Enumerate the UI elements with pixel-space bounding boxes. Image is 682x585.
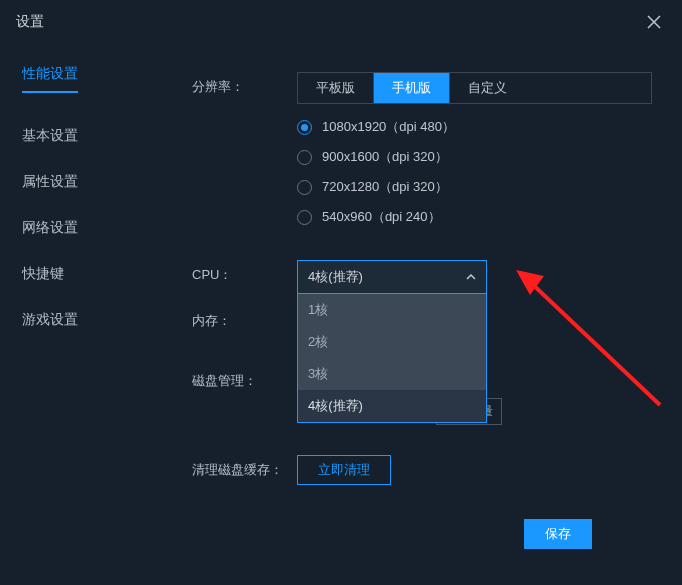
memory-label: 内存： [192, 306, 297, 330]
close-icon [646, 14, 662, 30]
radio-icon [297, 210, 312, 225]
sidebar-item-attribute[interactable]: 属性设置 [0, 159, 158, 205]
cpu-selected-value: 4核(推荐) [308, 268, 363, 286]
cpu-select[interactable]: 4核(推荐) [297, 260, 487, 294]
radio-label: 540x960（dpi 240） [322, 208, 441, 226]
close-button[interactable] [642, 10, 666, 34]
clear-cache-button[interactable]: 立即清理 [297, 455, 391, 485]
cpu-option-4[interactable]: 4核(推荐) [298, 390, 486, 422]
radio-label: 900x1600（dpi 320） [322, 148, 448, 166]
sidebar-item-performance[interactable]: 性能设置 [22, 65, 78, 93]
segment-tablet[interactable]: 平板版 [298, 73, 374, 103]
resolution-option-900[interactable]: 900x1600（dpi 320） [297, 148, 652, 166]
cpu-option-3[interactable]: 3核 [298, 358, 486, 390]
cpu-dropdown: 1核 2核 3核 4核(推荐) [297, 294, 487, 423]
radio-label: 720x1280（dpi 320） [322, 178, 448, 196]
sidebar-item-basic[interactable]: 基本设置 [0, 113, 158, 159]
window-title: 设置 [16, 13, 44, 31]
sidebar-item-game[interactable]: 游戏设置 [0, 297, 158, 343]
radio-label: 1080x1920（dpi 480） [322, 118, 455, 136]
disk-label: 磁盘管理： [192, 366, 297, 390]
sidebar-item-network[interactable]: 网络设置 [0, 205, 158, 251]
resolution-option-540[interactable]: 540x960（dpi 240） [297, 208, 652, 226]
resolution-option-1080[interactable]: 1080x1920（dpi 480） [297, 118, 652, 136]
resolution-option-720[interactable]: 720x1280（dpi 320） [297, 178, 652, 196]
cpu-option-1[interactable]: 1核 [298, 294, 486, 326]
clear-cache-label: 清理磁盘缓存： [192, 455, 297, 479]
segment-custom[interactable]: 自定义 [450, 73, 525, 103]
radio-icon [297, 150, 312, 165]
segment-phone[interactable]: 手机版 [374, 73, 450, 103]
cpu-option-2[interactable]: 2核 [298, 326, 486, 358]
chevron-up-icon [466, 274, 476, 280]
save-button[interactable]: 保存 [524, 519, 592, 549]
sidebar: 性能设置 基本设置 属性设置 网络设置 快捷键 游戏设置 [0, 44, 158, 549]
sidebar-item-shortcut[interactable]: 快捷键 [0, 251, 158, 297]
resolution-label: 分辨率： [192, 72, 297, 96]
resolution-segments: 平板版 手机版 自定义 [297, 72, 652, 104]
radio-icon [297, 180, 312, 195]
cpu-label: CPU： [192, 260, 297, 284]
radio-icon [297, 120, 312, 135]
